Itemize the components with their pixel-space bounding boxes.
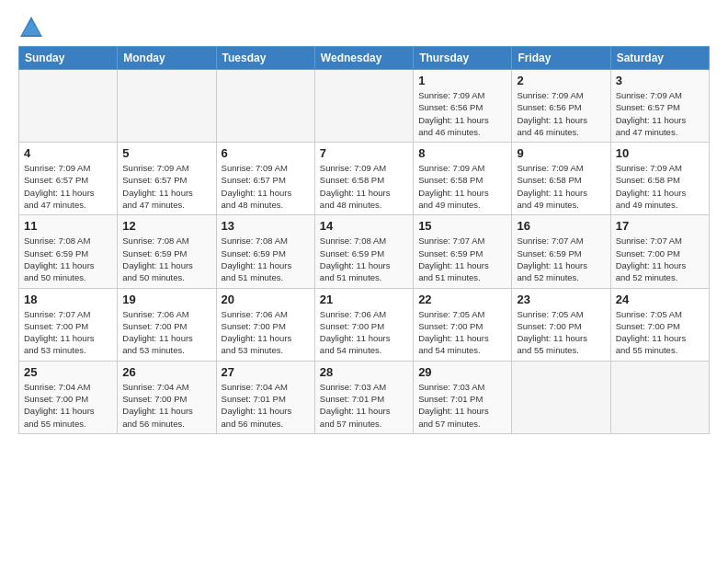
calendar-cell [118, 70, 216, 143]
day-info: Sunrise: 7:08 AM Sunset: 6:59 PM Dayligh… [122, 235, 210, 283]
calendar-week-3: 11Sunrise: 7:08 AM Sunset: 6:59 PM Dayli… [19, 215, 710, 288]
calendar-cell: 27Sunrise: 7:04 AM Sunset: 7:01 PM Dayli… [216, 361, 314, 433]
calendar-cell: 14Sunrise: 7:08 AM Sunset: 6:59 PM Dayli… [314, 215, 413, 288]
calendar-cell: 12Sunrise: 7:08 AM Sunset: 6:59 PM Dayli… [118, 215, 216, 288]
day-number: 12 [122, 219, 210, 233]
day-number: 25 [24, 365, 112, 379]
day-info: Sunrise: 7:05 AM Sunset: 7:00 PM Dayligh… [418, 308, 506, 357]
calendar-cell: 22Sunrise: 7:05 AM Sunset: 7:00 PM Dayli… [414, 288, 512, 361]
day-number: 17 [616, 219, 704, 233]
day-number: 14 [320, 219, 408, 233]
day-number: 16 [517, 219, 605, 233]
day-info: Sunrise: 7:07 AM Sunset: 6:59 PM Dayligh… [517, 235, 605, 283]
day-info: Sunrise: 7:08 AM Sunset: 6:59 PM Dayligh… [24, 235, 112, 283]
day-info: Sunrise: 7:09 AM Sunset: 6:58 PM Dayligh… [517, 162, 605, 211]
calendar-cell: 11Sunrise: 7:08 AM Sunset: 6:59 PM Dayli… [19, 215, 118, 288]
day-info: Sunrise: 7:04 AM Sunset: 7:00 PM Dayligh… [122, 381, 210, 430]
day-info: Sunrise: 7:09 AM Sunset: 6:58 PM Dayligh… [418, 162, 506, 211]
day-number: 4 [24, 146, 112, 160]
day-number: 13 [222, 219, 310, 233]
calendar-cell [610, 361, 709, 433]
day-info: Sunrise: 7:05 AM Sunset: 7:00 PM Dayligh… [517, 308, 605, 357]
weekday-tuesday: Tuesday [216, 47, 314, 70]
calendar-week-1: 1Sunrise: 7:09 AM Sunset: 6:56 PM Daylig… [19, 70, 710, 143]
calendar-cell: 2Sunrise: 7:09 AM Sunset: 6:56 PM Daylig… [512, 70, 610, 143]
day-info: Sunrise: 7:06 AM Sunset: 7:00 PM Dayligh… [122, 308, 210, 357]
day-info: Sunrise: 7:03 AM Sunset: 7:01 PM Dayligh… [418, 381, 506, 430]
day-info: Sunrise: 7:08 AM Sunset: 6:59 PM Dayligh… [222, 235, 310, 283]
day-number: 22 [418, 293, 506, 306]
weekday-sunday: Sunday [19, 47, 118, 70]
weekday-friday: Friday [512, 47, 610, 70]
calendar-cell [216, 70, 314, 143]
day-number: 28 [320, 365, 408, 379]
weekday-saturday: Saturday [610, 47, 709, 70]
day-info: Sunrise: 7:04 AM Sunset: 7:00 PM Dayligh… [24, 381, 112, 430]
day-info: Sunrise: 7:09 AM Sunset: 6:56 PM Dayligh… [517, 89, 605, 138]
svg-marker-1 [22, 20, 40, 35]
day-number: 2 [517, 74, 605, 87]
day-number: 3 [616, 74, 704, 87]
page: SundayMondayTuesdayWednesdayThursdayFrid… [0, 0, 728, 563]
day-number: 15 [418, 219, 506, 233]
calendar-cell [512, 361, 610, 433]
day-info: Sunrise: 7:07 AM Sunset: 7:00 PM Dayligh… [24, 308, 112, 357]
day-info: Sunrise: 7:07 AM Sunset: 7:00 PM Dayligh… [616, 235, 704, 283]
day-number: 26 [122, 365, 210, 379]
day-number: 23 [517, 293, 605, 306]
calendar-cell: 23Sunrise: 7:05 AM Sunset: 7:00 PM Dayli… [512, 288, 610, 361]
day-info: Sunrise: 7:09 AM Sunset: 6:57 PM Dayligh… [24, 162, 112, 211]
calendar-cell: 1Sunrise: 7:09 AM Sunset: 6:56 PM Daylig… [414, 70, 512, 143]
day-info: Sunrise: 7:07 AM Sunset: 6:59 PM Dayligh… [418, 235, 506, 283]
calendar-cell: 6Sunrise: 7:09 AM Sunset: 6:57 PM Daylig… [216, 143, 314, 215]
day-number: 8 [418, 146, 506, 160]
weekday-monday: Monday [118, 47, 216, 70]
day-number: 27 [222, 365, 310, 379]
weekday-header-row: SundayMondayTuesdayWednesdayThursdayFrid… [19, 47, 710, 70]
calendar-cell: 9Sunrise: 7:09 AM Sunset: 6:58 PM Daylig… [512, 143, 610, 215]
calendar-cell: 26Sunrise: 7:04 AM Sunset: 7:00 PM Dayli… [118, 361, 216, 433]
day-number: 10 [616, 146, 704, 160]
weekday-wednesday: Wednesday [314, 47, 413, 70]
calendar-cell [19, 70, 118, 143]
calendar-cell: 20Sunrise: 7:06 AM Sunset: 7:00 PM Dayli… [216, 288, 314, 361]
day-info: Sunrise: 7:05 AM Sunset: 7:00 PM Dayligh… [616, 308, 704, 357]
day-number: 20 [222, 293, 310, 306]
day-info: Sunrise: 7:09 AM Sunset: 6:57 PM Dayligh… [222, 162, 310, 211]
calendar-week-4: 18Sunrise: 7:07 AM Sunset: 7:00 PM Dayli… [19, 288, 710, 361]
calendar-cell: 10Sunrise: 7:09 AM Sunset: 6:58 PM Dayli… [610, 143, 709, 215]
calendar-cell: 13Sunrise: 7:08 AM Sunset: 6:59 PM Dayli… [216, 215, 314, 288]
day-info: Sunrise: 7:09 AM Sunset: 6:56 PM Dayligh… [418, 89, 506, 138]
calendar-cell: 3Sunrise: 7:09 AM Sunset: 6:57 PM Daylig… [610, 70, 709, 143]
day-info: Sunrise: 7:08 AM Sunset: 6:59 PM Dayligh… [320, 235, 408, 283]
calendar-cell: 19Sunrise: 7:06 AM Sunset: 7:00 PM Dayli… [118, 288, 216, 361]
day-info: Sunrise: 7:09 AM Sunset: 6:58 PM Dayligh… [616, 162, 704, 211]
calendar-week-2: 4Sunrise: 7:09 AM Sunset: 6:57 PM Daylig… [19, 143, 710, 215]
day-number: 9 [517, 146, 605, 160]
day-number: 1 [418, 74, 506, 87]
calendar-cell: 5Sunrise: 7:09 AM Sunset: 6:57 PM Daylig… [118, 143, 216, 215]
calendar-cell: 29Sunrise: 7:03 AM Sunset: 7:01 PM Dayli… [414, 361, 512, 433]
weekday-thursday: Thursday [414, 47, 512, 70]
calendar-cell: 17Sunrise: 7:07 AM Sunset: 7:00 PM Dayli… [610, 215, 709, 288]
day-number: 29 [418, 365, 506, 379]
calendar-cell: 18Sunrise: 7:07 AM Sunset: 7:00 PM Dayli… [19, 288, 118, 361]
day-info: Sunrise: 7:09 AM Sunset: 6:57 PM Dayligh… [616, 89, 704, 138]
day-number: 24 [616, 293, 704, 306]
calendar-cell: 8Sunrise: 7:09 AM Sunset: 6:58 PM Daylig… [414, 143, 512, 215]
day-info: Sunrise: 7:09 AM Sunset: 6:58 PM Dayligh… [320, 162, 408, 211]
day-info: Sunrise: 7:03 AM Sunset: 7:01 PM Dayligh… [320, 381, 408, 430]
day-number: 11 [24, 219, 112, 233]
header [18, 15, 710, 40]
calendar-cell [314, 70, 413, 143]
day-info: Sunrise: 7:04 AM Sunset: 7:01 PM Dayligh… [222, 381, 310, 430]
calendar-cell: 4Sunrise: 7:09 AM Sunset: 6:57 PM Daylig… [19, 143, 118, 215]
calendar-cell: 15Sunrise: 7:07 AM Sunset: 6:59 PM Dayli… [414, 215, 512, 288]
day-number: 18 [24, 293, 112, 306]
day-number: 5 [122, 146, 210, 160]
calendar-cell: 25Sunrise: 7:04 AM Sunset: 7:00 PM Dayli… [19, 361, 118, 433]
day-number: 7 [320, 146, 408, 160]
calendar-week-5: 25Sunrise: 7:04 AM Sunset: 7:00 PM Dayli… [19, 361, 710, 433]
day-info: Sunrise: 7:06 AM Sunset: 7:00 PM Dayligh… [320, 308, 408, 357]
calendar-cell: 24Sunrise: 7:05 AM Sunset: 7:00 PM Dayli… [610, 288, 709, 361]
